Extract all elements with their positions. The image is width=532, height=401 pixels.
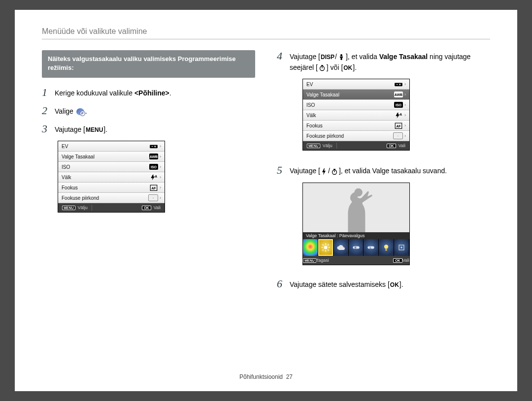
menu-footer: MENUVälju OKVali [303,141,409,150]
chevron-right-icon: › [404,123,406,128]
ok-chip: OK [142,206,151,210]
menu-row-label: Valge Tasakaal [306,92,339,97]
ok-chip: OK [393,258,402,263]
menu-row-label: EV [62,144,68,149]
footer-select: Vali [402,258,409,263]
intro-box: Näiteks valgustasakaalu valiku valimisek… [42,50,255,78]
column-right: 4 Vajutage [DISP/], et valida Valge Tasa… [277,50,490,296]
step-text: Vajutage [ [290,167,320,175]
step-text: . [85,107,87,115]
column-left: Näiteks valgustasakaalu valiku valimisek… [42,50,255,296]
ok-key-label: OK [343,63,353,73]
menu-row-focus: Fookus AF› [303,121,409,131]
step-text: Vajutage [ [55,125,85,133]
step-bold: <Põhiline> [134,89,169,97]
menu-row-focus-area: Fookuse piirkond ·› [303,131,409,141]
step-number: 4 [277,50,290,62]
wb-cloudy-icon [333,239,349,256]
iso-icon: ISO [394,102,403,108]
svg-rect-16 [386,249,387,251]
menu-row-label: Fookus [306,123,323,128]
svg-text:L: L [370,246,371,249]
flash-icon [321,168,327,175]
footer-select: Vali [154,205,161,210]
step-number: 1 [42,87,55,98]
menu-row-focus-area: Fookuse piirkond ·› [58,193,165,203]
divider [42,39,490,39]
timer-icon [331,168,338,175]
footer-select: Vali [399,143,405,148]
menu-row-label: Valge Tasakaal [62,154,95,159]
menu-row-label: ISO [306,102,315,108]
wb-icon-row: H L [303,239,409,256]
footer-exit: Välju [323,143,332,148]
page-footer: Põhifunktsioonid 27 [15,373,517,380]
menu-chip: MENU [62,206,75,210]
step-2: 2 Valige . [42,105,255,117]
wb-tungsten-icon [379,239,394,256]
chevron-right-icon: › [160,164,161,169]
menu-key-label: MENU [85,125,103,135]
menu-chip: MENU [307,144,320,148]
wb-screenshot: Valge Tasakaal : Päevavalgus H L MENUTag… [302,183,410,265]
wb-footer: MENUTagasi OKVali [303,256,409,265]
menu-row-wb: Valge Tasakaal AWB› [58,152,165,162]
svg-text:AF: AF [397,124,401,128]
step-text: Valige [55,107,75,115]
ev-icon [149,143,158,149]
footer-label: Põhifunktsioonid [239,373,283,380]
menu-footer: MENUVälju OKVali [58,203,165,212]
step-3: 3 Vajutage [MENU]. [42,123,255,135]
svg-text:A: A [155,174,157,178]
menu-row-iso: ISO ISO› [303,100,409,110]
chevron-right-icon: › [404,82,406,87]
menu-row-label: ISO [62,164,70,170]
focus-icon: AF [394,123,403,128]
menu-row-label: Fookuse piirkond [62,195,99,201]
step-bold: Valge Tasakaal [379,53,428,61]
footer-back: Tagasi [316,258,329,263]
svg-rect-5 [395,83,402,86]
menu-row-label: EV [306,82,313,87]
step-text: Vajutage sätete salvestamiseks [ [290,280,390,288]
awb-icon: AWB [394,92,403,97]
step-text: ]. [103,125,107,133]
chevron-right-icon: › [160,154,161,159]
step-6: 6 Vajutage sätete salvestamiseks [OK]. [277,278,490,290]
chevron-right-icon: › [404,113,406,118]
svg-text:H: H [354,246,356,249]
wb-daylight-icon [318,239,333,256]
footer-page: 27 [286,373,293,380]
step-text: ] või [ [327,63,343,71]
menu-screenshot-left: EV › Valge Tasakaal AWB› ISO ISO› Välk A… [58,141,165,213]
step-number: 6 [277,278,290,290]
chevron-right-icon: › [160,144,161,149]
step-text: Kerige kodukuval valikule [55,89,134,97]
flash-icon: A [394,112,403,118]
wb-custom-icon [394,239,409,256]
step-4: 4 Vajutage [DISP/], et valida Valge Tasa… [277,50,490,73]
wb-fluorescent-l-icon: L [364,239,379,256]
footer-exit: Välju [78,205,88,210]
awb-icon: AWB [149,154,158,159]
step-number: 5 [277,164,290,176]
disp-key-label: DISP [320,53,335,62]
menu-row-flash: Välk A› [58,172,165,183]
silhouette-icon [337,187,375,232]
menu-row-label: Fookus [62,185,78,190]
wb-awb-icon [303,239,318,256]
focus-area-icon: · [148,194,158,201]
svg-text:AF: AF [152,186,156,190]
menu-row-label: Fookuse piirkond [306,133,344,139]
menu-row-label: Välk [306,113,316,118]
chevron-right-icon: › [404,92,406,97]
timer-icon [319,64,326,71]
step-5: 5 Vajutage [/], et valida Valge tasakaal… [277,164,490,177]
svg-text:A: A [399,112,402,116]
menu-screenshot-right: EV › Valge Tasakaal AWB› ISO ISO› Välk A… [302,79,410,151]
focus-icon: AF [149,185,158,190]
step-text: ], et valida Valge tasakaalu suvand. [339,167,447,175]
mode-p-icon [76,108,84,115]
chevron-right-icon: › [404,102,406,107]
svg-point-18 [400,247,402,248]
